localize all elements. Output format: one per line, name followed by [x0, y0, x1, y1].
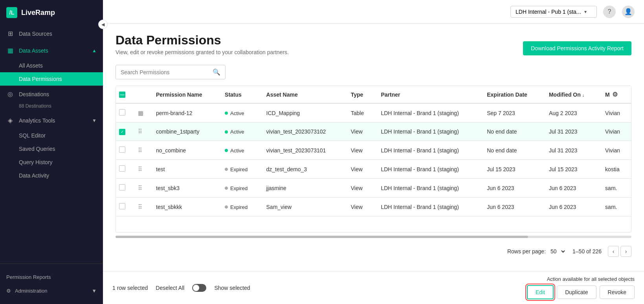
show-selected-toggle[interactable] [192, 284, 206, 292]
row-modified-by: kostia [599, 160, 631, 179]
user-account-button[interactable]: 👤 [622, 5, 635, 18]
sidebar-item-label: Data Sources [19, 31, 52, 37]
row-checkbox-cell[interactable] [116, 103, 132, 123]
sidebar-item-destinations[interactable]: ◎ Destinations [0, 86, 103, 103]
row-partner: LDH Internal - Brand 1 (staging) [374, 198, 481, 216]
status-dot [225, 130, 228, 134]
status-dot [225, 149, 228, 152]
sidebar-item-all-assets[interactable]: All Assets [0, 59, 103, 72]
row-asset-name: Sam_view [260, 198, 345, 216]
sidebar-item-label: Destinations [19, 91, 49, 97]
row-checkbox-checked[interactable]: ✓ [119, 129, 125, 135]
table-row: ▦ perm-brand-12 Active ICD_Mapping Table… [116, 103, 631, 123]
status-dot [225, 187, 228, 190]
row-checkbox-empty[interactable] [119, 203, 125, 209]
sort-arrow-icon: ↓ [582, 93, 585, 97]
deselect-all-button[interactable]: Deselect All [156, 285, 184, 291]
row-checkbox-empty[interactable] [119, 165, 125, 172]
search-icon: 🔍 [213, 68, 220, 76]
page-navigation: ‹ › [608, 246, 631, 257]
row-type-icon: ⠿ [138, 203, 142, 210]
row-modified-on: Jul 31 2023 [543, 123, 599, 141]
next-page-button[interactable]: › [620, 246, 631, 257]
horizontal-scrollbar[interactable] [116, 236, 631, 238]
sidebar-item-sql-editor[interactable]: SQL Editor [0, 129, 103, 142]
sidebar-item-data-sources[interactable]: ⊞ Data Sources [0, 25, 103, 42]
edit-button[interactable]: Edit [527, 285, 554, 299]
permissions-table-container: — Permission Name Status Asset Name Type… [116, 86, 631, 233]
user-icon: 👤 [624, 8, 632, 15]
row-modified-by: Vivian [599, 103, 631, 123]
column-settings-icon[interactable]: ⚙ [612, 91, 618, 98]
row-expiration-date: Jul 15 2023 [481, 160, 543, 179]
select-all-header[interactable]: — [116, 86, 132, 103]
permission-reports-item[interactable]: Permission Reports [6, 270, 97, 284]
table-row: ⠿ test_sbkkk Expired Sam_view View LDH I… [116, 198, 631, 216]
row-icon-cell: ⠿ [132, 179, 150, 198]
sidebar-item-data-permissions[interactable]: Data Permissions [0, 72, 103, 86]
page-title: Data Permissions [116, 33, 289, 48]
sidebar-item-data-assets[interactable]: ▦ Data Assets ▲ [0, 42, 103, 59]
row-checkbox-cell[interactable] [116, 179, 132, 198]
toggle-knob [193, 285, 199, 291]
row-checkbox-cell[interactable] [116, 160, 132, 179]
row-asset-name: ICD_Mapping [260, 103, 345, 123]
row-checkbox-empty[interactable] [119, 147, 125, 153]
select-all-checkbox[interactable]: — [119, 92, 125, 98]
revoke-button[interactable]: Revoke [600, 286, 635, 299]
status-dot [225, 205, 228, 209]
app-logo[interactable]: /L LiveRamp [0, 0, 103, 25]
search-input[interactable] [121, 69, 209, 75]
analytics-icon: ◈ [6, 117, 14, 124]
row-status: Active [218, 103, 260, 123]
toolbar: 🔍 [116, 65, 631, 79]
row-expiration-date: Jun 6 2023 [481, 198, 543, 216]
help-icon: ? [608, 8, 611, 15]
row-type-icon: ⠿ [138, 147, 142, 154]
status-dot [225, 112, 228, 115]
download-permissions-button[interactable]: Download Permissions Activity Report [523, 41, 631, 55]
row-status: Active [218, 123, 260, 141]
row-checkbox-cell[interactable]: ✓ [116, 123, 132, 141]
duplicate-button[interactable]: Duplicate [557, 286, 596, 299]
chevron-up-icon: ▲ [92, 48, 97, 53]
rows-per-page-select[interactable]: 50 25 100 [549, 248, 566, 255]
permission-name-header: Permission Name [150, 86, 218, 103]
row-type-icon: ▦ [138, 110, 143, 116]
row-permission-name: no_combine [150, 141, 218, 160]
row-permission-name: test_sbk3 [150, 179, 218, 198]
row-checkbox-empty[interactable] [119, 109, 125, 115]
status-badge: Active [225, 110, 244, 116]
permission-reports-label: Permission Reports [6, 274, 51, 280]
search-box[interactable]: 🔍 [116, 65, 226, 79]
table-row: ⠿ no_combine Active vivian_test_20230731… [116, 141, 631, 160]
row-checkbox-cell[interactable] [116, 141, 132, 160]
status-badge: Expired [225, 204, 248, 210]
row-type: View [345, 141, 375, 160]
row-partner: LDH Internal - Brand 1 (staging) [374, 179, 481, 198]
org-selector[interactable]: LDH Internal - Pub 1 (sta... ▾ [510, 6, 597, 18]
collapse-sidebar-button[interactable]: ◀ [98, 20, 108, 29]
row-checkbox-empty[interactable] [119, 184, 125, 190]
sidebar-item-analytics-tools[interactable]: ◈ Analytics Tools ▼ [0, 112, 103, 129]
scrollbar-thumb[interactable] [116, 236, 528, 238]
sidebar-item-saved-queries[interactable]: Saved Queries [0, 142, 103, 156]
help-button[interactable]: ? [603, 5, 616, 18]
row-modified-by: Vivian [599, 123, 631, 141]
sidebar: /L LiveRamp ⊞ Data Sources ▦ Data Assets… [0, 0, 103, 304]
row-icon-cell: ⠿ [132, 198, 150, 216]
action-section: Action available for all selected object… [527, 276, 635, 299]
row-type: View [345, 179, 375, 198]
row-modified-on: Aug 2 2023 [543, 103, 599, 123]
row-status: Expired [218, 160, 260, 179]
row-icon-cell: ⠿ [132, 123, 150, 141]
modified-on-header[interactable]: Modified On ↓ [543, 86, 599, 103]
row-permission-name: combine_1stparty [150, 123, 218, 141]
sidebar-item-data-activity[interactable]: Data Activity [0, 169, 103, 182]
org-chevron-icon: ▾ [584, 9, 587, 15]
administration-item[interactable]: ⚙ Administration ▼ [6, 284, 97, 298]
sidebar-item-query-history[interactable]: Query History [0, 156, 103, 169]
previous-page-button[interactable]: ‹ [608, 246, 619, 257]
row-checkbox-cell[interactable] [116, 198, 132, 216]
expiration-date-header: Expiration Date [481, 86, 543, 103]
